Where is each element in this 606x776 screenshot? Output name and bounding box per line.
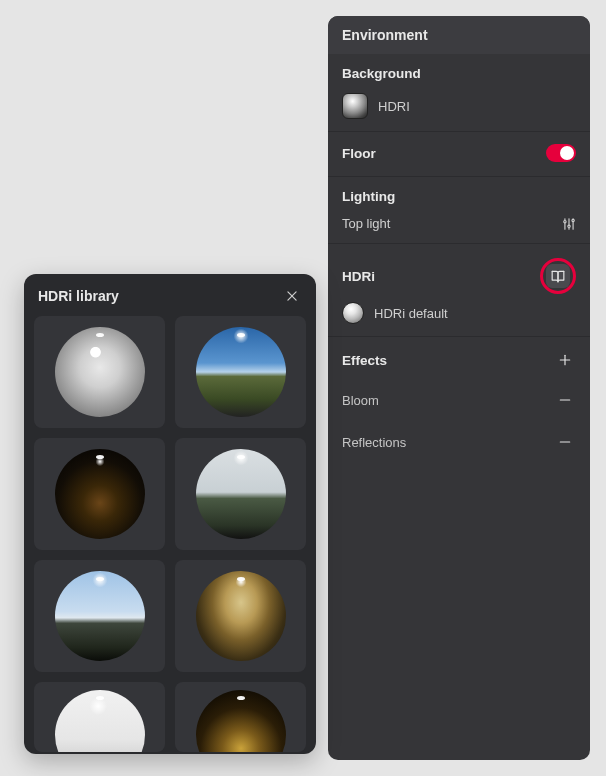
lighting-item-row[interactable]: Top light	[328, 212, 590, 243]
floor-title: Floor	[342, 146, 376, 161]
hdri-sphere-preview	[55, 327, 145, 417]
floor-section: Floor	[328, 132, 590, 177]
background-value-row[interactable]: HDRI	[328, 89, 590, 131]
lighting-section: Lighting Top light	[328, 177, 590, 244]
close-button[interactable]	[282, 286, 302, 306]
panel-title: Environment	[328, 16, 590, 54]
background-title: Background	[342, 66, 421, 81]
hdri-sphere-preview	[55, 449, 145, 539]
hdri-thumb[interactable]	[175, 682, 306, 752]
floor-toggle[interactable]	[546, 144, 576, 162]
hdri-thumb[interactable]	[175, 560, 306, 672]
effects-section: Effects Bloom Refle	[328, 337, 590, 463]
hdri-library-button[interactable]	[546, 264, 570, 288]
add-effect-button[interactable]	[554, 349, 576, 371]
hdri-sphere-preview	[196, 571, 286, 661]
hdri-thumb[interactable]	[175, 316, 306, 428]
hdri-thumb[interactable]	[175, 438, 306, 550]
hdri-thumb[interactable]	[34, 316, 165, 428]
hdri-thumb-grid	[24, 316, 316, 754]
effects-title: Effects	[342, 353, 387, 368]
hdri-library-highlight	[540, 258, 576, 294]
background-section: Background HDRI	[328, 54, 590, 132]
hdri-sphere-preview	[55, 571, 145, 661]
remove-effect-bloom[interactable]	[554, 389, 576, 411]
hdri-thumb[interactable]	[34, 438, 165, 550]
popup-header: HDRi library	[24, 274, 316, 316]
environment-panel: Environment Background HDRI Floor Lighti…	[328, 16, 590, 760]
svg-point-3	[564, 220, 566, 222]
svg-point-5	[572, 219, 574, 221]
hdri-swatch-icon	[342, 93, 368, 119]
hdri-title: HDRi	[342, 269, 375, 284]
toggle-knob	[560, 146, 574, 160]
book-icon	[551, 269, 565, 283]
background-value-label: HDRI	[378, 99, 410, 114]
svg-point-4	[568, 225, 570, 227]
hdri-sphere-preview	[196, 449, 286, 539]
minus-icon	[558, 435, 572, 449]
effect-row-bloom[interactable]: Bloom	[328, 379, 590, 421]
hdri-section: HDRi HDRi default	[328, 244, 590, 337]
effect-row-reflections[interactable]: Reflections	[328, 421, 590, 463]
effect-label: Reflections	[342, 435, 406, 450]
hdri-thumb[interactable]	[34, 682, 165, 752]
plus-icon	[558, 353, 572, 367]
hdri-sphere-preview	[196, 327, 286, 417]
hdri-sphere-icon	[342, 302, 364, 324]
close-icon	[285, 289, 299, 303]
minus-icon	[558, 393, 572, 407]
hdri-value-row[interactable]: HDRi default	[328, 298, 590, 336]
lighting-item-label: Top light	[342, 216, 390, 231]
remove-effect-reflections[interactable]	[554, 431, 576, 453]
lighting-title: Lighting	[342, 189, 395, 204]
hdri-sphere-preview	[196, 690, 286, 752]
sliders-icon[interactable]	[562, 217, 576, 231]
hdri-value-label: HDRi default	[374, 306, 448, 321]
popup-title: HDRi library	[38, 288, 119, 304]
hdri-sphere-preview	[55, 690, 145, 752]
hdri-thumb[interactable]	[34, 560, 165, 672]
hdri-library-popup: HDRi library	[24, 274, 316, 754]
effect-label: Bloom	[342, 393, 379, 408]
